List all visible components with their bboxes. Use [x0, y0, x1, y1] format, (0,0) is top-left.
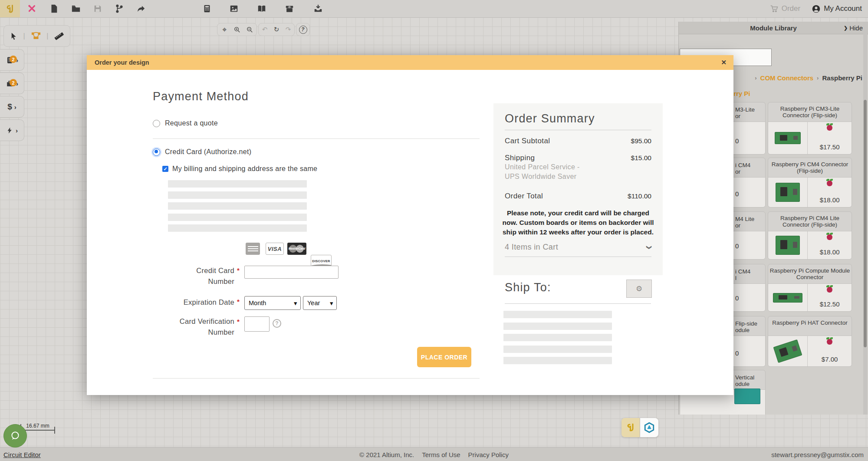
module-card-cm4-flip[interactable]: Raspberry Pi CM4 Connector (Flip-side) $…	[768, 158, 852, 207]
cc-number-input[interactable]	[244, 266, 339, 279]
address-placeholder-bar	[503, 323, 612, 330]
credit-card-option[interactable]: Credit Card (Authorize.net)	[153, 148, 251, 156]
chat-button[interactable]	[3, 424, 27, 448]
module-card-compute-module[interactable]: Raspberry Pi Compute Module Connector $1…	[768, 264, 852, 312]
ship-to-settings-button[interactable]: ⚙	[626, 280, 652, 298]
help-button[interactable]: ?	[297, 24, 309, 35]
count-badge: 2	[10, 79, 17, 86]
nodes-tool-icon[interactable]	[31, 31, 41, 41]
image-icon[interactable]	[229, 4, 239, 13]
cvn-input[interactable]	[244, 316, 270, 332]
request-quote-option[interactable]: Request a quote	[153, 119, 218, 127]
zoom-in-button[interactable]	[231, 24, 243, 35]
library-book-icon[interactable]	[257, 4, 266, 13]
sidebar-tab-modules[interactable]: 2 ›	[0, 49, 24, 71]
module-card-hat-connector[interactable]: Raspberry Pi HAT Connector $7.00	[768, 316, 852, 367]
order-summary-panel: Order Summary Cart Subtotal $95.00 Shipp…	[493, 103, 663, 275]
address-placeholder-bar	[168, 224, 307, 232]
address-placeholder-bar	[503, 311, 612, 318]
required-asterisk: *	[237, 318, 240, 325]
order-button[interactable]: Order	[770, 4, 800, 13]
cursor-tool-icon[interactable]	[10, 32, 18, 40]
breadcrumb-com-connectors[interactable]: COM Connectors	[760, 74, 814, 82]
subtotal-value: $95.00	[631, 137, 651, 145]
dialog-title: Order your design	[95, 59, 149, 66]
address-placeholder-bar	[168, 191, 307, 199]
sidebar-tab-power[interactable]: ›	[0, 119, 24, 141]
payment-method-heading: Payment Method	[153, 90, 249, 103]
chevron-down-icon: ▾	[330, 300, 333, 306]
items-in-cart-expander[interactable]: 4 Items in Cart ❯	[505, 243, 651, 252]
sidebar-scrollbar[interactable]	[863, 22, 867, 415]
partial-price: 0	[735, 137, 739, 145]
terms-link[interactable]: Terms of Use	[422, 451, 460, 458]
chat-bubble-icon	[10, 430, 21, 441]
module-card-cm4-lite-flip[interactable]: Raspberry Pi CM4 Lite Connector (Flip-si…	[768, 211, 852, 260]
cvn-help-icon[interactable]: ?	[273, 319, 281, 328]
import-download-icon[interactable]	[313, 4, 323, 13]
gumstix-logo[interactable]	[0, 0, 20, 17]
new-document-icon[interactable]	[49, 4, 59, 13]
history-icon[interactable]: ↻	[271, 24, 282, 35]
copyright-text: © 2021 Altium, Inc.	[359, 451, 414, 458]
request-quote-label: Request a quote	[165, 119, 218, 127]
module-price: $18.00	[820, 248, 840, 256]
module-title: Raspberry Pi HAT Connector	[768, 316, 852, 336]
address-placeholder-bar	[168, 202, 307, 210]
address-placeholder-bar	[503, 357, 612, 364]
radio-unselected-icon[interactable]	[153, 120, 160, 127]
module-title: Raspberry Pi Compute Module Connector	[768, 264, 852, 283]
open-folder-icon[interactable]	[71, 4, 81, 13]
raspberry-pi-icon	[826, 337, 833, 345]
section-divider	[153, 138, 480, 139]
sidebar-tab-pricing[interactable]: $ ›	[0, 96, 24, 118]
module-title: Raspberry Pi CM4 Lite Connector (Flip-si…	[768, 212, 852, 231]
address-placeholder-bar	[168, 180, 307, 188]
address-placeholder-bar	[168, 214, 307, 221]
visa-logo: VISA	[266, 243, 284, 255]
crosshair-tool-button[interactable]: ⌖	[219, 24, 230, 35]
amex-logo	[246, 243, 260, 255]
topbar-right: Order My Account	[770, 0, 862, 17]
ruler-tool-icon[interactable]	[54, 31, 64, 41]
branch-icon[interactable]	[115, 4, 124, 13]
scrollbar-thumb[interactable]	[864, 100, 867, 347]
order-dialog: Order your design ✕ Payment Method Reque…	[87, 55, 733, 395]
same-address-option[interactable]: ✓ My billing and shipping address are th…	[162, 165, 317, 173]
close-icon[interactable]: ✕	[721, 59, 727, 66]
shipping-value: $15.00	[631, 154, 651, 162]
expiration-label: Expiration Date	[148, 297, 234, 308]
user-email: stewart.pressney@gumstix.com	[771, 451, 864, 458]
altium-cube-icon	[644, 422, 655, 433]
hide-panel-button[interactable]: ❯ Hide	[844, 24, 863, 32]
place-order-button[interactable]: PLACE ORDER	[417, 347, 471, 367]
subtotal-row: Cart Subtotal $95.00	[505, 137, 651, 145]
module-card-cm3-lite-flip[interactable]: Raspberry Pi CM3-Lite Connector (Flip-si…	[768, 102, 852, 155]
my-account-button[interactable]: My Account	[812, 4, 862, 13]
month-select[interactable]: Month ▾	[244, 296, 301, 310]
card-body: $12.50	[768, 283, 852, 311]
view-toolbar: ⌖	[217, 23, 257, 36]
share-icon[interactable]	[136, 4, 146, 13]
address-placeholder-bar	[503, 346, 612, 353]
save-icon[interactable]	[93, 4, 102, 13]
total-label: Order Total	[505, 192, 543, 201]
chevron-right-icon: ›	[14, 103, 16, 111]
altium-badge[interactable]	[640, 418, 658, 437]
tools-icon[interactable]	[27, 4, 36, 13]
sidebar-tab-components[interactable]: 2 ›	[0, 72, 24, 94]
zoom-out-button[interactable]	[244, 24, 255, 35]
calculator-icon[interactable]	[202, 4, 212, 13]
card-body: $18.00	[768, 231, 852, 259]
archive-box-icon[interactable]	[285, 4, 294, 13]
privacy-link[interactable]: Privacy Policy	[468, 451, 509, 458]
tool-palette: | |	[3, 25, 70, 47]
radio-selected-icon[interactable]	[153, 148, 160, 156]
undo-icon[interactable]: ↶	[259, 24, 270, 35]
year-select[interactable]: Year ▾	[303, 296, 337, 310]
module-library-header: Module Library ❯ Hide	[679, 22, 868, 34]
checkbox-checked-icon[interactable]: ✓	[162, 166, 168, 172]
redo-icon[interactable]: ↷	[283, 24, 294, 35]
raspberry-pi-icon	[826, 285, 833, 293]
geppetto-badge[interactable]	[621, 418, 640, 437]
